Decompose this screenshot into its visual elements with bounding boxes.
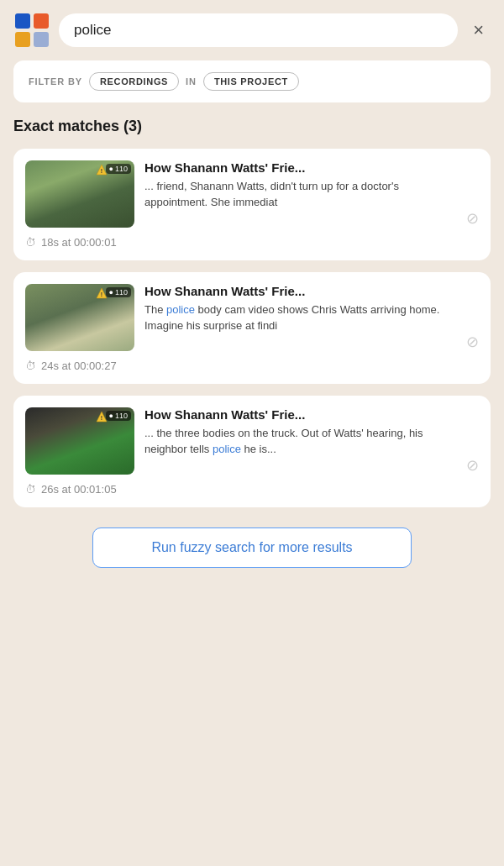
search-input[interactable] bbox=[59, 13, 458, 47]
fuzzy-search-button[interactable]: Run fuzzy search for more results bbox=[92, 527, 412, 568]
warning-icon: ! bbox=[96, 164, 108, 176]
card-content: How Shanann Watts' Frie... ... friend, S… bbox=[144, 160, 456, 211]
fuzzy-search-section: Run fuzzy search for more results bbox=[13, 519, 491, 585]
video-thumbnail: ●110 ! bbox=[25, 284, 134, 351]
check-icon: ⊘ bbox=[466, 456, 479, 475]
clock-icon: ⏱ bbox=[25, 236, 36, 249]
result-card[interactable]: ●110 ! How Shanann Watts' Frie... The po… bbox=[13, 272, 491, 384]
clock-icon: ⏱ bbox=[25, 483, 36, 496]
check-icon: ⊘ bbox=[466, 333, 479, 351]
thumb-timestamp: ●110 bbox=[106, 287, 131, 297]
svg-rect-1 bbox=[34, 13, 49, 29]
card-title: How Shanann Watts' Frie... bbox=[144, 160, 456, 175]
main-content: Exact matches (3) ●110 ! How Shanann Wat… bbox=[0, 102, 504, 601]
check-icon: ⊘ bbox=[466, 209, 479, 228]
thumb-timestamp: ●110 bbox=[106, 164, 131, 174]
warning-icon: ! bbox=[96, 287, 108, 299]
filter-bar: FILTER BY RECORDINGS IN THIS PROJECT bbox=[13, 60, 491, 102]
svg-text:!: ! bbox=[101, 415, 102, 421]
card-content: How Shanann Watts' Frie... ... the three… bbox=[144, 407, 456, 458]
card-snippet: The police body cam video shows Chris Wa… bbox=[144, 302, 456, 334]
card-duration: 24s at 00:00:27 bbox=[41, 360, 117, 372]
svg-text:!: ! bbox=[101, 168, 102, 174]
svg-rect-0 bbox=[15, 13, 30, 29]
video-thumbnail: ●110 ! bbox=[25, 407, 134, 475]
section-title: Exact matches (3) bbox=[13, 118, 491, 135]
thumb-timestamp: ●110 bbox=[106, 411, 131, 421]
card-duration: 18s at 00:00:01 bbox=[41, 236, 117, 249]
svg-rect-3 bbox=[34, 32, 49, 47]
svg-rect-2 bbox=[15, 32, 30, 47]
result-card[interactable]: ●110 ! How Shanann Watts' Frie... ... fr… bbox=[13, 149, 491, 260]
header: × bbox=[0, 0, 504, 60]
result-card[interactable]: ●110 ! How Shanann Watts' Frie... ... th… bbox=[13, 396, 491, 507]
card-title: How Shanann Watts' Frie... bbox=[144, 284, 456, 298]
svg-text:!: ! bbox=[101, 291, 102, 297]
warning-icon: ! bbox=[96, 411, 108, 423]
card-title: How Shanann Watts' Frie... bbox=[144, 407, 456, 422]
filter-project-button[interactable]: THIS PROJECT bbox=[203, 72, 299, 91]
app-logo bbox=[13, 12, 50, 49]
filter-recordings-button[interactable]: RECORDINGS bbox=[89, 72, 179, 91]
card-snippet: ... the three bodies on the truck. Out o… bbox=[144, 426, 456, 458]
card-snippet: ... friend, Shanann Watts, didn't turn u… bbox=[144, 179, 456, 211]
card-content: How Shanann Watts' Frie... The police bo… bbox=[144, 284, 456, 334]
card-duration: 26s at 00:01:05 bbox=[41, 483, 117, 496]
filter-prefix-label: FILTER BY bbox=[29, 76, 82, 87]
clock-icon: ⏱ bbox=[25, 360, 36, 372]
close-button[interactable]: × bbox=[466, 18, 491, 43]
video-thumbnail: ●110 ! bbox=[25, 160, 134, 228]
filter-in-label: IN bbox=[186, 76, 197, 87]
